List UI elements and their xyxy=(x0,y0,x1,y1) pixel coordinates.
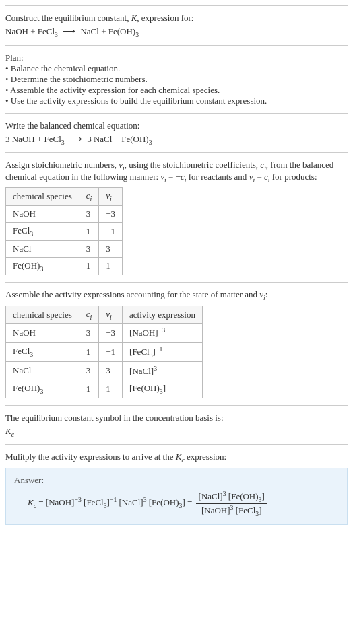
plan-item: • Assemble the activity expression for e… xyxy=(5,85,348,96)
text: [NaOH] xyxy=(201,505,230,515)
text: [NaOH] xyxy=(129,328,158,338)
cell-species: Fe(OH)3 xyxy=(6,257,79,275)
cell-species: NaOH xyxy=(6,324,79,342)
cell-c: 1 xyxy=(79,380,99,398)
section-plan: Plan: • Balance the chemical equation. •… xyxy=(5,45,348,113)
text: Assign stoichiometric numbers, xyxy=(5,159,119,170)
var-K: K xyxy=(28,497,34,507)
equation-unbalanced: NaOH + FeCl3 ⟶ NaCl + Fe(OH)3 xyxy=(5,26,348,38)
fraction: [NaCl]3 [Fe(OH)3][NaOH]3 [FeCl3] xyxy=(195,490,269,517)
text: [NaCl] xyxy=(199,491,223,501)
text: [Fe(OH) xyxy=(129,383,160,393)
text: ] xyxy=(259,505,261,515)
cell-species: FeCl3 xyxy=(6,222,79,240)
cell-activity: [NaOH]−3 xyxy=(123,324,203,342)
col-activity: activity expression xyxy=(123,306,203,324)
col-ci: ci xyxy=(79,306,99,324)
text: Mulitply the activity expressions to arr… xyxy=(5,452,176,462)
text: [FeCl xyxy=(82,497,104,507)
section-problem: Construct the equilibrium constant, K, e… xyxy=(5,5,348,45)
cell-c: 1 xyxy=(79,222,99,240)
answer-box: Answer: Kc = [NaOH]−3 [FeCl3]−1 [NaCl]3 … xyxy=(5,468,348,525)
sub: 3 xyxy=(30,350,33,357)
activity-table: chemical species ci νi activity expressi… xyxy=(5,306,203,398)
col-nui: νi xyxy=(99,188,123,206)
text: , expression for: xyxy=(137,13,193,23)
text: = − xyxy=(166,172,181,182)
text: [NaOH] xyxy=(46,497,75,507)
text: for reactants and xyxy=(187,172,249,182)
cell-activity: [Fe(OH)3] xyxy=(123,380,203,398)
sub: c xyxy=(11,430,14,437)
sup: −3 xyxy=(158,326,165,334)
table-row: NaOH 3 −3 xyxy=(6,205,123,222)
sub: 3 xyxy=(135,31,139,38)
equals: = xyxy=(185,497,195,507)
section-activity: Assemble the activity expressions accoun… xyxy=(5,282,348,404)
text: Assemble the activity expressions accoun… xyxy=(5,289,259,299)
text: [Fe(OH) xyxy=(147,497,179,507)
cell-nu: −1 xyxy=(99,342,123,361)
sub: i xyxy=(90,313,92,320)
text: : xyxy=(265,289,268,299)
table-row: Fe(OH)3 1 1 [Fe(OH)3] xyxy=(6,380,203,398)
text: 3 NaOH + FeCl xyxy=(5,134,61,144)
text: , using the stoichiometric coefficients, xyxy=(125,159,261,170)
cell-c: 1 xyxy=(79,342,99,361)
sub: i xyxy=(90,195,92,203)
plan-item: • Use the activity expressions to build … xyxy=(5,96,348,106)
text: = xyxy=(255,172,264,182)
cell-nu: 1 xyxy=(99,257,123,275)
reaction-arrow-icon: ⟶ xyxy=(67,134,85,144)
text: NaOH + FeCl xyxy=(5,26,55,36)
col-ci: ci xyxy=(79,188,99,206)
sub: 3 xyxy=(40,388,43,395)
fraction-num: [NaCl]3 [Fe(OH)3] xyxy=(196,490,267,504)
col-nui: νi xyxy=(99,306,123,324)
sub: 3 xyxy=(149,138,152,145)
text: Fe(OH) xyxy=(13,383,40,393)
text: expression: xyxy=(185,452,226,462)
text: FeCl xyxy=(13,346,30,356)
cell-nu: −3 xyxy=(99,205,123,222)
stoich-table: chemical species ci νi NaOH 3 −3 FeCl3 1… xyxy=(5,187,123,275)
cell-activity: [FeCl3]−1 xyxy=(123,342,203,361)
plan-heading: Plan: xyxy=(5,52,348,63)
col-species: chemical species xyxy=(6,306,79,324)
reaction-arrow-icon: ⟶ xyxy=(60,26,78,36)
sup: 3 xyxy=(154,365,157,372)
text: for products: xyxy=(269,172,317,182)
section-stoich: Assign stoichiometric numbers, νi, using… xyxy=(5,152,348,282)
text: Fe(OH) xyxy=(13,260,40,271)
cell-nu: −1 xyxy=(99,222,123,240)
plan-item: • Determine the stoichiometric numbers. xyxy=(5,74,348,85)
answer-equation: Kc = [NaOH]−3 [FeCl3]−1 [NaCl]3 [Fe(OH)3… xyxy=(14,490,339,517)
table-row: FeCl3 1 −1 xyxy=(6,222,123,240)
text: ] xyxy=(261,491,264,501)
sub: i xyxy=(110,313,112,320)
kc-symbol: Kc xyxy=(5,426,348,438)
table-row: NaOH 3 −3 [NaOH]−3 xyxy=(6,324,203,342)
var-K: K xyxy=(5,426,11,436)
heading: Write the balanced chemical equation: xyxy=(5,120,348,131)
cell-species: FeCl3 xyxy=(6,342,79,361)
plan-item: • Balance the chemical equation. xyxy=(5,63,348,74)
stoich-text: Assign stoichiometric numbers, νi, using… xyxy=(5,159,348,183)
cell-species: NaCl xyxy=(6,240,79,257)
fraction-den: [NaOH]3 [FeCl3] xyxy=(196,504,267,517)
cell-c: 3 xyxy=(79,324,99,342)
cell-species: NaCl xyxy=(6,361,79,380)
sup: −1 xyxy=(156,345,162,353)
cell-activity: [NaCl]3 xyxy=(123,361,203,380)
sub: i xyxy=(110,195,112,203)
equation-balanced: 3 NaOH + FeCl3 ⟶ 3 NaCl + Fe(OH)3 xyxy=(5,134,348,146)
text: NaCl + Fe(OH) xyxy=(80,26,135,36)
sub: 3 xyxy=(55,31,58,38)
sub: 3 xyxy=(30,230,33,238)
activity-text: Assemble the activity expressions accoun… xyxy=(5,289,348,301)
cell-species: Fe(OH)3 xyxy=(6,380,79,398)
text: 3 NaCl + Fe(OH) xyxy=(87,134,148,144)
cell-c: 3 xyxy=(79,240,99,257)
multiply-text: Mulitply the activity expressions to arr… xyxy=(5,452,348,464)
table-header-row: chemical species ci νi activity expressi… xyxy=(6,306,203,324)
